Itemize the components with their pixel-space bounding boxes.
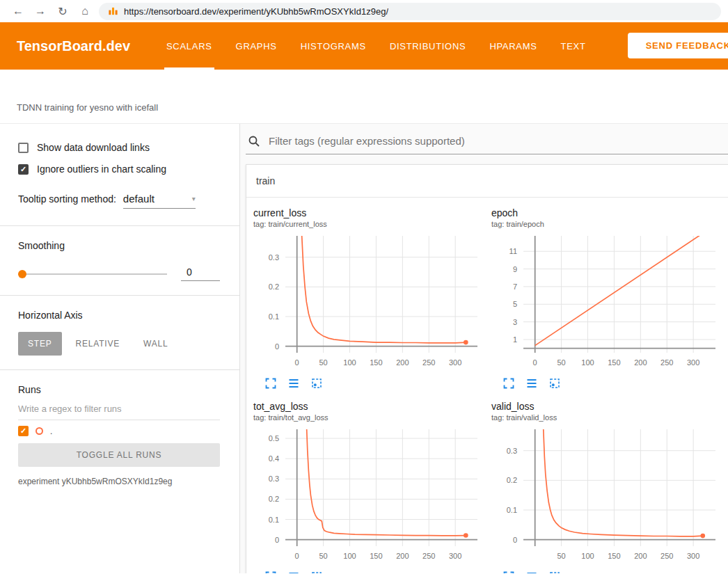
expand-icon[interactable] — [264, 377, 277, 392]
show-download-links-checkbox[interactable]: Show data download links — [18, 142, 220, 153]
svg-text:300: 300 — [687, 552, 699, 560]
svg-text:300: 300 — [449, 552, 461, 560]
site-favicon — [108, 6, 118, 17]
expand-icon[interactable] — [503, 571, 515, 573]
chart-tag: tag: train/tot_avg_loss — [253, 413, 491, 422]
browser-chrome: ← → ↻ ⌂ https://tensorboard.dev/experime… — [0, 0, 728, 22]
svg-text:300: 300 — [687, 358, 699, 367]
tab-graphs[interactable]: GRAPHS — [236, 22, 277, 70]
fit-domain-icon[interactable] — [310, 571, 323, 573]
run-checkbox-icon[interactable] — [18, 426, 29, 436]
run-name: . — [50, 426, 52, 436]
main-area: train current_losstag: train/current_los… — [240, 124, 728, 573]
send-feedback-button[interactable]: SEND FEEDBACK — [628, 33, 728, 58]
run-row[interactable]: . — [18, 426, 220, 436]
tab-scalars[interactable]: SCALARS — [166, 22, 212, 70]
svg-text:3: 3 — [513, 318, 517, 326]
smoothing-section: Smoothing 0 — [18, 226, 220, 295]
axis-wall-button[interactable]: WALL — [134, 332, 177, 356]
back-icon[interactable]: ← — [7, 5, 29, 17]
svg-text:100: 100 — [343, 358, 356, 367]
chart-plot-area[interactable]: 00.10.20.3050100150200250300 — [253, 232, 484, 371]
svg-text:150: 150 — [608, 552, 620, 560]
reload-icon[interactable]: ↻ — [52, 5, 74, 18]
chart-tag: tag: train/epoch — [491, 220, 728, 228]
forward-icon[interactable]: → — [29, 5, 52, 17]
tab-histograms[interactable]: HISTOGRAMS — [301, 22, 366, 70]
address-bar[interactable]: https://tensorboard.dev/experiment/yKUbh… — [99, 3, 721, 20]
filter-tags-input[interactable] — [267, 134, 728, 148]
svg-text:0: 0 — [533, 358, 537, 367]
data-list-icon[interactable] — [287, 377, 300, 392]
checkbox-label: Ignore outliers in chart scaling — [37, 164, 166, 175]
svg-text:0.2: 0.2 — [269, 282, 279, 291]
svg-text:0: 0 — [275, 342, 279, 351]
chart-current_loss: current_losstag: train/current_loss00.10… — [253, 207, 491, 392]
home-icon[interactable]: ⌂ — [74, 5, 96, 17]
chart-plot-area[interactable]: 00.10.20.350100150200250300 — [491, 425, 722, 564]
svg-text:150: 150 — [370, 552, 382, 560]
expand-icon[interactable] — [503, 377, 515, 392]
smoothing-slider[interactable] — [18, 273, 167, 275]
svg-text:200: 200 — [396, 358, 409, 367]
chart-toolbar — [264, 571, 491, 573]
fit-domain-icon[interactable] — [548, 571, 561, 573]
tensorboard-logo[interactable]: TensorBoard.dev — [17, 22, 130, 70]
chart-tot_avg_loss: tot_avg_losstag: train/tot_avg_loss00.10… — [253, 401, 491, 573]
data-list-icon[interactable] — [287, 571, 300, 573]
runs-label: Runs — [18, 384, 220, 395]
axis-step-button[interactable]: STEP — [18, 332, 62, 356]
tooltip-sorting-select[interactable]: default ▾ — [123, 193, 196, 209]
ignore-outliers-checkbox[interactable]: Ignore outliers in chart scaling — [18, 164, 220, 175]
data-list-icon[interactable] — [525, 377, 538, 392]
svg-text:100: 100 — [343, 552, 356, 560]
horizontal-axis-label: Horizontal Axis — [18, 310, 220, 321]
url-text: https://tensorboard.dev/experiment/yKUbh… — [124, 6, 388, 17]
tab-distributions[interactable]: DISTRIBUTIONS — [390, 22, 466, 70]
chart-toolbar — [264, 377, 491, 392]
chart-plot-area[interactable]: 1357911050100150200250300 — [491, 232, 722, 371]
tooltip-sorting-row: Tooltip sorting method: default ▾ — [18, 193, 220, 209]
fit-domain-icon[interactable] — [548, 377, 561, 392]
tag-group-header[interactable]: train — [246, 165, 728, 198]
svg-text:0.1: 0.1 — [507, 506, 517, 514]
chart-epoch: epochtag: train/epoch1357911050100150200… — [491, 207, 728, 392]
runs-filter-input[interactable] — [18, 395, 220, 420]
tab-hparams[interactable]: HPARAMS — [489, 22, 537, 70]
app-header: TensorBoard.dev SCALARS GRAPHS HISTOGRAM… — [0, 22, 728, 70]
smoothing-value[interactable]: 0 — [181, 266, 220, 281]
checkbox-label: Show data download links — [37, 142, 150, 153]
slider-thumb[interactable] — [18, 270, 26, 278]
svg-text:5: 5 — [513, 300, 517, 308]
svg-text:100: 100 — [581, 552, 594, 560]
filter-tags-row — [246, 128, 728, 154]
data-list-icon[interactable] — [525, 571, 538, 573]
svg-text:150: 150 — [608, 358, 620, 367]
svg-text:0.3: 0.3 — [269, 475, 279, 483]
svg-text:50: 50 — [557, 552, 565, 560]
tag-group-card: train current_losstag: train/current_los… — [246, 164, 728, 573]
svg-text:9: 9 — [513, 265, 517, 273]
chart-plot-area[interactable]: 00.10.20.30.40.5050100150200250300 — [253, 425, 484, 564]
experiment-id-text: experiment yKUbhb5wRmOSXYkId1z9eg — [18, 477, 220, 486]
svg-text:0.3: 0.3 — [269, 253, 279, 262]
svg-text:50: 50 — [319, 358, 327, 367]
chart-toolbar — [503, 571, 728, 573]
chart-valid_loss: valid_losstag: train/valid_loss00.10.20.… — [491, 401, 728, 573]
fit-domain-icon[interactable] — [310, 377, 323, 392]
tab-text[interactable]: TEXT — [561, 22, 586, 70]
page: ← → ↻ ⌂ https://tensorboard.dev/experime… — [0, 0, 728, 574]
charts-grid: current_losstag: train/current_loss00.10… — [246, 198, 728, 573]
svg-text:0.3: 0.3 — [507, 447, 517, 455]
svg-text:250: 250 — [422, 358, 435, 367]
svg-text:0.5: 0.5 — [269, 434, 279, 443]
svg-text:0.2: 0.2 — [507, 476, 517, 484]
chart-tag: tag: train/current_loss — [253, 220, 491, 228]
svg-text:200: 200 — [634, 552, 647, 560]
chart-title: valid_loss — [491, 401, 728, 412]
svg-text:11: 11 — [509, 247, 517, 255]
toggle-all-runs-button[interactable]: TOGGLE ALL RUNS — [18, 443, 220, 467]
expand-icon[interactable] — [264, 571, 277, 573]
axis-relative-button[interactable]: RELATIVE — [66, 332, 130, 356]
svg-text:200: 200 — [634, 358, 647, 367]
